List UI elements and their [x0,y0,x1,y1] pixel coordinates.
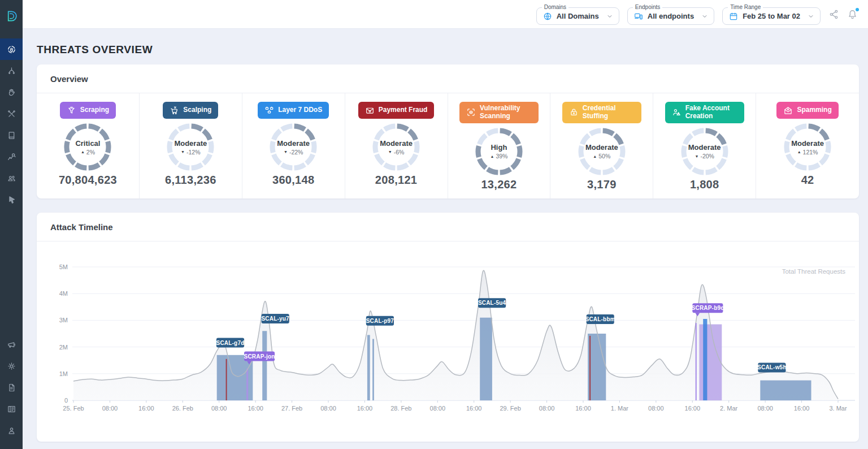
trend-percent: -6% [394,149,405,156]
incident-bar-SCAL-p97[interactable] [372,339,374,400]
trend-arrow-icon: ▼ [284,150,288,154]
x-tick-label: 27. Feb [281,405,302,412]
tools-icon [7,109,16,119]
sidebar-item-announcements[interactable] [0,334,23,355]
threat-type-badge-fake-account-creation[interactable]: Fake Account Creation [665,102,744,123]
x-tick-label: 3. Mar [829,405,847,412]
x-tick-label: 28. Feb [390,405,411,412]
sidebar-item-click-activity[interactable] [0,189,23,210]
x-tick-label: 08:00 [102,405,118,412]
trend-arrow-icon: ▲ [81,150,85,154]
severity-label: Moderate [380,139,413,148]
sidebar-nav-bottom [0,334,23,449]
y-tick-label: 3M [59,317,68,323]
x-tick-label: 26. Feb [172,405,193,412]
threat-count: 208,121 [375,174,417,187]
incident-bar-SCRAP-b9c[interactable] [703,319,707,400]
y-tick-label: 1M [59,370,68,377]
x-tick-label: 16:00 [685,405,701,412]
svg-text:SCAL-g7d: SCAL-g7d [216,340,245,346]
incident-badge-SCAL-g7d[interactable]: SCAL-g7d [216,338,245,348]
incident-bar-SCAL-5u4[interactable] [480,318,492,400]
sidebar-item-analytics[interactable] [0,146,23,167]
y-tick-label: 5M [59,264,68,270]
threat-count: 13,262 [481,178,517,191]
threat-type-badge-scraping[interactable]: Scraping [60,102,116,119]
trend-percent: 121% [803,149,818,156]
x-tick-label: 08:00 [539,405,555,412]
incident-bar-SCAL-w5h[interactable] [760,381,811,400]
severity-label: Moderate [688,143,721,152]
threat-card: Credential Stuffing Moderate ▲ 50% 3,179 [550,93,653,198]
chart-search-icon [7,152,16,162]
app-logo[interactable] [0,0,23,32]
trend-percent: 2% [86,149,95,156]
incident-bar-SCRAP-jon[interactable] [246,368,248,400]
sidebar-item-tools[interactable] [0,103,23,124]
severity-gauge: Moderate ▼ -6% [372,123,420,171]
split-icon [7,66,16,76]
envelope-seal-icon [365,106,375,115]
share-icon[interactable] [828,9,839,20]
threat-type-badge-scalping[interactable]: Scalping [163,102,218,119]
sidebar-item-settings[interactable] [0,355,23,377]
trend: ▼ -22% [284,149,303,156]
trend-arrow-icon: ▲ [490,154,494,158]
trend: ▼ -6% [388,149,405,156]
svg-text:SCRAP-b9c: SCRAP-b9c [692,305,724,311]
trend: ▲ 39% [490,153,507,159]
user-warning-icon [672,107,682,117]
x-tick-label: 16:00 [357,405,373,412]
severity-label: Moderate [585,143,618,152]
person-icon [7,426,16,435]
severity-gauge: Moderate ▼ -20% [681,128,728,175]
incident-badge-SCAL-bbm[interactable]: SCAL-bbm [585,314,615,324]
incident-badge-SCAL-p97[interactable]: SCAL-p97 [366,316,394,326]
threat-card: Vulnerability Scanning High ▲ 39% 13,262 [448,93,551,198]
trend-percent: -22% [289,149,303,156]
library-icon [7,404,16,414]
threat-count: 6,113,236 [165,174,216,187]
x-tick-label: 16:00 [794,405,810,412]
threat-count: 360,148 [272,174,314,187]
svg-text:SCAL-bbm: SCAL-bbm [585,316,615,322]
incident-bar-SCAL-yu7[interactable] [262,331,267,400]
threat-type-badge-spamming[interactable]: Spamming [776,102,838,119]
threat-cards-row: Scraping Critical ▲ 2% 70,804,623 Scalpi… [37,93,859,198]
sidebar-item-traffic[interactable] [0,60,23,81]
incident-badge-SCAL-yu7[interactable]: SCAL-yu7 [262,314,290,323]
severity-label: Moderate [174,139,207,148]
y-tick-label: 4M [59,290,68,297]
y-tick-label: 2M [59,344,68,351]
threat-type-badge-vulnerability-scanning[interactable]: Vulnerability Scanning [459,102,539,123]
sidebar-item-reports[interactable] [0,124,23,146]
filter-domains[interactable]: Domains All Domains [536,7,619,25]
trend-arrow-icon: ▼ [181,150,185,154]
incident-bar-SCAL-p97[interactable] [367,335,370,400]
threat-type-badge-payment-fraud[interactable]: Payment Fraud [358,102,435,119]
x-tick-label: 08:00 [430,405,446,412]
filter-endpoints[interactable]: Endpoints All endpoints [627,7,714,25]
incident-bar-SCRAP-b9c[interactable] [699,325,722,401]
threat-type-badge-credential-stuffing[interactable]: Credential Stuffing [562,102,641,123]
threat-type-badge-layer-7-ddos[interactable]: Layer 7 DDoS [258,102,329,119]
severity-label: High [491,143,507,152]
notification-dot [856,8,859,11]
filter-time-range[interactable]: Time Range Feb 25 to Mar 02 [722,7,821,25]
sidebar-item-document[interactable] [0,377,23,398]
sidebar-item-account[interactable] [0,420,23,441]
x-tick-label: 16:00 [138,405,154,412]
users-icon [7,174,16,183]
trend: ▼ -20% [695,153,714,159]
threat-card: Payment Fraud Moderate ▼ -6% 208,121 [345,93,448,198]
sidebar-item-library[interactable] [0,398,23,420]
sidebar-item-blocking[interactable] [0,81,23,103]
incident-badge-SCAL-5u4[interactable]: SCAL-5u4 [478,298,506,308]
bell-icon[interactable] [847,9,858,20]
threat-card: Scalping Moderate ▼ -12% 6,113,236 [140,93,242,198]
svg-text:SCRAP-jon: SCRAP-jon [244,353,275,360]
incident-badge-SCAL-w5h[interactable]: SCAL-w5h [757,362,787,372]
sidebar-item-users[interactable] [0,167,23,189]
trend: ▲ 2% [81,149,95,156]
sidebar-item-threats[interactable] [0,38,23,60]
